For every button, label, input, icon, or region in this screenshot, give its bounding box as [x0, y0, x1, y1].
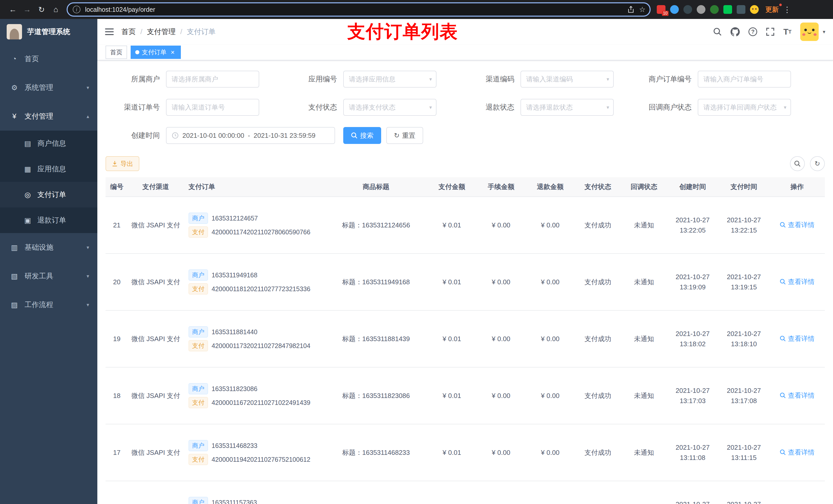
view-detail-link[interactable]: 查看详情	[780, 334, 814, 343]
extension-icon[interactable]	[684, 5, 692, 14]
view-detail-link[interactable]: 查看详情	[780, 391, 814, 400]
filter-field: 应用编号 ▾	[283, 71, 449, 88]
filter-input[interactable]	[698, 71, 791, 88]
search-icon[interactable]	[713, 27, 722, 36]
refund-amount: ¥ 0.00	[541, 449, 560, 456]
orders-table: 编号支付渠道支付订单商品标题支付金额手续金额退款金额支付状态回调状态创建时间支付…	[105, 177, 825, 504]
order-id: 21	[113, 221, 121, 229]
collapse-menu-icon[interactable]	[105, 28, 114, 35]
filter-input[interactable]	[521, 71, 614, 88]
create-date: 2021-10-27	[669, 329, 716, 339]
tags-view: 首页 支付订单 ×	[97, 45, 833, 61]
pay-status: 支付成功	[585, 449, 611, 456]
view-detail-link[interactable]: 查看详情	[780, 220, 814, 230]
pay-order-no: 4200001174202110278060590766	[212, 229, 310, 236]
chevron-up-icon: ▴	[87, 113, 89, 119]
avatar-caret-icon[interactable]: ▾	[823, 29, 825, 35]
site-info-icon[interactable]: i	[73, 6, 80, 13]
sidebar-item-workflow[interactable]: ▨ 工作流程 ▾	[0, 290, 97, 319]
browser-menu-icon[interactable]: ⋮	[783, 5, 791, 14]
view-detail-link[interactable]: 查看详情	[780, 448, 814, 457]
refresh-icon: ↻	[394, 131, 400, 140]
address-bar[interactable]: i localhost:1024/pay/order ☆	[67, 2, 651, 17]
avatar[interactable]	[800, 23, 819, 41]
chevron-down-icon: ▾	[87, 85, 89, 91]
refresh-icon: ↻	[814, 160, 820, 168]
close-icon[interactable]: ×	[169, 48, 176, 56]
browser-back-icon[interactable]: ←	[6, 3, 20, 16]
reset-button[interactable]: ↻ 重置	[386, 127, 423, 144]
filter-field: 商户订单编号	[637, 71, 803, 88]
pay-status: 支付成功	[585, 278, 611, 286]
refresh-table-button[interactable]: ↻	[810, 156, 825, 171]
extension-icon[interactable]	[723, 5, 732, 14]
font-size-icon[interactable]: TT	[783, 27, 791, 37]
create-time: 13:18:02	[669, 339, 716, 349]
pay-channel: 微信 JSAPI 支付	[132, 392, 180, 400]
github-icon[interactable]	[731, 27, 740, 37]
search-button[interactable]: 搜索	[343, 127, 381, 144]
filter-field: 回调商户状态 ▾	[637, 99, 803, 116]
extension-icon[interactable]: 10	[657, 5, 665, 14]
browser-forward-icon[interactable]: →	[21, 3, 34, 16]
briefcase-icon: ▨	[10, 301, 19, 309]
help-icon[interactable]: ?	[748, 27, 757, 36]
monitor-icon: ▥	[10, 243, 19, 252]
create-time: 13:11:08	[669, 453, 716, 463]
search-icon	[780, 279, 786, 285]
sidebar-item-pay-order[interactable]: ◎ 支付订单	[0, 182, 97, 208]
sidebar-item-home[interactable]: ◔ 首页	[0, 45, 97, 73]
pay-time: 13:18:10	[720, 339, 767, 349]
sidebar-item-label: 支付管理	[25, 112, 80, 121]
filter-input[interactable]	[343, 71, 436, 88]
extension-icon[interactable]	[737, 5, 745, 14]
goods-title: 标题：1635311468233	[342, 449, 410, 456]
breadcrumb-home[interactable]: 首页	[121, 27, 136, 37]
sidebar-item-merchant-info[interactable]: ▤ 商户信息	[0, 130, 97, 156]
sidebar-item-refund-order[interactable]: ▣ 退款订单	[0, 208, 97, 233]
extension-icon[interactable]	[670, 5, 679, 14]
sidebar-item-system[interactable]: ⚙ 系统管理 ▾	[0, 73, 97, 102]
pay-tag: 支付	[189, 454, 208, 465]
toggle-search-button[interactable]	[790, 156, 805, 171]
browser-home-icon[interactable]: ⌂	[49, 3, 63, 16]
filter-input[interactable]	[343, 99, 436, 116]
sidebar-menu: ◔ 首页 ⚙ 系统管理 ▾ ¥ 支付管理 ▴ ▤ 商户信息 ▦ 应用信	[0, 45, 97, 319]
filter-input[interactable]	[166, 99, 259, 116]
filter-control: ▾	[343, 71, 436, 88]
filter-control	[166, 71, 259, 88]
breadcrumb-pay-manage[interactable]: 支付管理	[147, 27, 176, 37]
share-icon[interactable]	[627, 6, 635, 13]
fullscreen-icon[interactable]	[766, 27, 775, 36]
filter-input[interactable]	[698, 99, 791, 116]
date-start[interactable]: 2021-10-01 00:00:00	[182, 131, 244, 140]
sidebar-item-infrastructure[interactable]: ▥ 基础设施 ▾	[0, 233, 97, 262]
browser-reload-icon[interactable]: ↻	[35, 3, 48, 16]
extension-icon[interactable]	[750, 5, 759, 14]
filter-input[interactable]	[521, 99, 614, 116]
sidebar-item-app-info[interactable]: ▦ 应用信息	[0, 156, 97, 182]
notify-status: 未通知	[634, 221, 654, 229]
date-end[interactable]: 2021-10-31 23:59:59	[254, 131, 315, 140]
download-icon	[112, 161, 118, 167]
sidebar-item-label: 工作流程	[25, 300, 80, 310]
column-header: 支付状态	[575, 177, 621, 197]
date-range-picker[interactable]: 2021-10-01 00:00:00 - 2021-10-31 23:59:5…	[166, 127, 335, 144]
browser-update-button[interactable]: 更新	[764, 4, 780, 15]
create-date: 2021-10-27	[669, 215, 716, 225]
filter-input[interactable]	[166, 71, 259, 88]
extension-icon[interactable]	[710, 5, 719, 14]
export-button[interactable]: 导出	[105, 156, 139, 171]
filter-label: 应用编号	[283, 74, 343, 84]
tag-home[interactable]: 首页	[105, 46, 127, 59]
pay-date: 2021-10-27	[720, 442, 767, 453]
sidebar-item-dev-tools[interactable]: ▧ 研发工具 ▾	[0, 262, 97, 290]
bookmark-star-icon[interactable]: ☆	[639, 5, 645, 14]
app-logo[interactable]: 芋道管理系统	[0, 19, 97, 45]
url-text[interactable]: localhost:1024/pay/order	[85, 6, 627, 13]
extension-icon[interactable]	[697, 5, 706, 14]
filter-label: 支付状态	[283, 102, 343, 112]
view-detail-link[interactable]: 查看详情	[780, 278, 814, 286]
sidebar-item-payment[interactable]: ¥ 支付管理 ▴	[0, 102, 97, 130]
tag-pay-order[interactable]: 支付订单 ×	[130, 46, 181, 59]
